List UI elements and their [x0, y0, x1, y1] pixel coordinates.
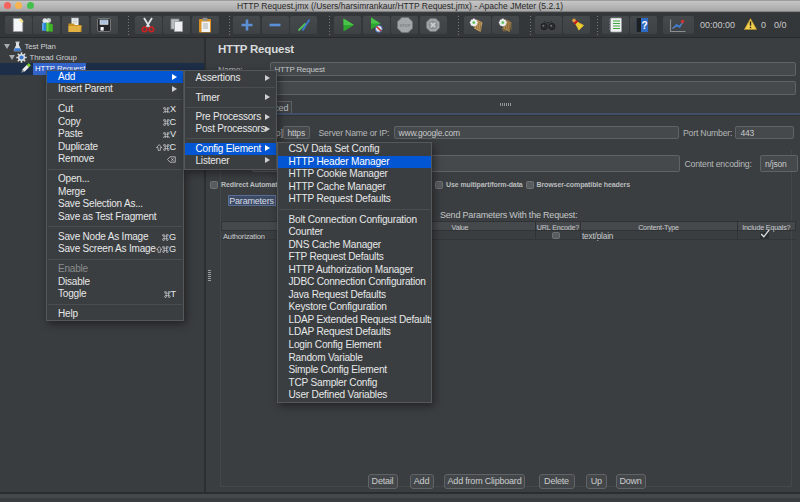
svg-text:STOP: STOP	[399, 23, 410, 28]
svg-text:?: ?	[641, 20, 647, 31]
